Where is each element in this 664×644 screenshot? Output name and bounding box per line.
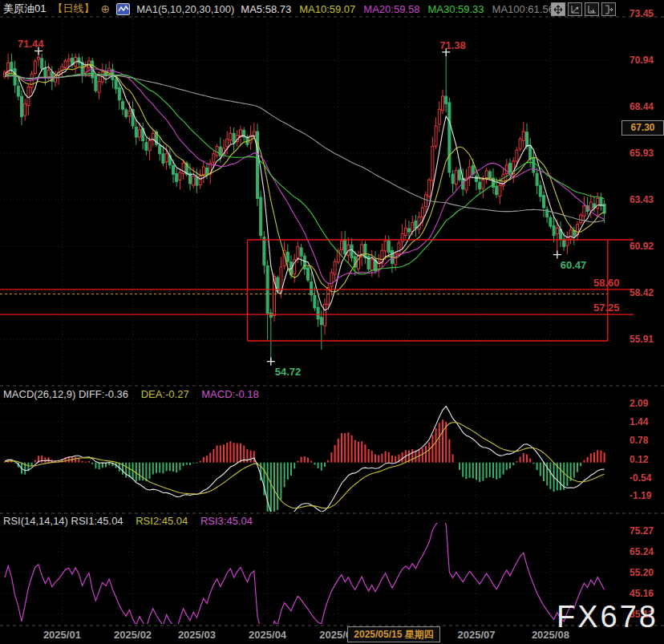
price-axis-tick: 68.44	[630, 101, 664, 112]
macd-axis-tick: -1.19	[630, 490, 664, 501]
zoom-x-axis-icon[interactable]	[568, 2, 582, 16]
chart-header: 美原油01 【日线】 ⊕ MA1(5,10,20,30,100) MA5:58.…	[3, 2, 562, 16]
macd-value-readout: MACD:-0.18	[201, 388, 259, 400]
price-axis-tick: 70.94	[630, 55, 664, 66]
price-axis-tick: 60.92	[630, 241, 664, 252]
price-axis-tick: 65.93	[630, 148, 664, 159]
extreme-price-annotation: 71.44	[18, 38, 44, 50]
macd-header: MACD(26,12,9) DIFF:-0.36 DEA:-0.27 MACD:…	[3, 388, 269, 400]
x-axis-month-label: 2025/03	[178, 629, 216, 641]
trading-chart-screen: 美原油01 【日线】 ⊕ MA1(5,10,20,30,100) MA5:58.…	[0, 0, 664, 644]
extreme-price-annotation: 54.72	[275, 366, 302, 378]
rsi-axis-tick: 45.16	[630, 588, 664, 599]
period-label[interactable]: 【日线】	[52, 2, 94, 16]
macd-axis-tick: -0.54	[630, 472, 664, 484]
price-axis-tick: 58.42	[630, 287, 664, 298]
price-axis-tick: 63.43	[630, 194, 664, 205]
x-axis-month-label: 2025/04	[249, 629, 286, 641]
rsi-axis-tick: 75.27	[630, 525, 664, 537]
macd-axis-tick: 2.09	[630, 398, 664, 409]
ma-value-label: MA20:59.58	[363, 3, 419, 15]
support-line-label: 57.25	[593, 302, 620, 314]
rsi-axis-tick: 55.20	[630, 567, 664, 578]
zoom-y-axis-icon[interactable]	[585, 2, 599, 16]
symbol-name[interactable]: 美原油01	[3, 2, 46, 16]
chart-type-icon[interactable]	[116, 3, 130, 15]
rsi3-readout: RSI3:45.04	[200, 515, 253, 527]
price-axis-tick: 55.91	[630, 334, 664, 345]
chart-canvas[interactable]	[0, 0, 664, 644]
support-line-label: 58.60	[593, 277, 620, 289]
macd-axis-tick: 0.12	[630, 454, 664, 465]
rsi1-readout: RSI(14,14,14) RSI1:45.04	[3, 515, 123, 527]
price-axis-tick: 73.45	[630, 8, 664, 19]
crosshair-date-label: 2025/05/15 星期四	[347, 626, 440, 642]
watermark-fx678: FX678	[557, 600, 658, 634]
ma-value-label: MA100:61.56	[492, 3, 554, 15]
x-axis-month-label: 2025/07	[458, 629, 496, 641]
crosshair-price-label: 67.30	[621, 120, 664, 136]
ma-value-label: MA10:59.07	[299, 3, 355, 15]
rsi-header: RSI(14,14,14) RSI1:45.04 RSI2:45.04 RSI3…	[3, 515, 262, 527]
macd-dea-readout: DEA:-0.27	[141, 388, 189, 400]
ma-value-label: MA30:59.33	[427, 3, 484, 15]
rsi2-readout: RSI2:45.04	[136, 515, 188, 527]
x-axis-month-label: 2025/01	[43, 629, 81, 641]
extreme-price-annotation: 71.38	[439, 39, 466, 51]
macd-axis-tick: 1.44	[630, 416, 664, 427]
ma-settings-label[interactable]: MA1(5,10,20,30,100)	[136, 3, 234, 15]
chart-toolbar	[551, 2, 616, 16]
extreme-price-annotation: 60.47	[561, 259, 587, 271]
rsi-axis-tick: 65.24	[630, 546, 664, 557]
target-crosshair-icon[interactable]: ⊕	[100, 3, 110, 14]
ma-value-label: MA5:58.73	[241, 3, 291, 15]
ma-values-readout: MA5:58.73MA10:59.07MA20:59.58MA30:59.33M…	[241, 3, 562, 15]
macd-diff-readout: MACD(26,12,9) DIFF:-0.36	[3, 388, 128, 400]
macd-axis-tick: 0.78	[630, 435, 664, 446]
pane-expand-icon[interactable]	[601, 2, 616, 16]
x-axis-month-label: 2025/02	[114, 629, 152, 641]
pan-move-icon[interactable]	[551, 2, 565, 16]
